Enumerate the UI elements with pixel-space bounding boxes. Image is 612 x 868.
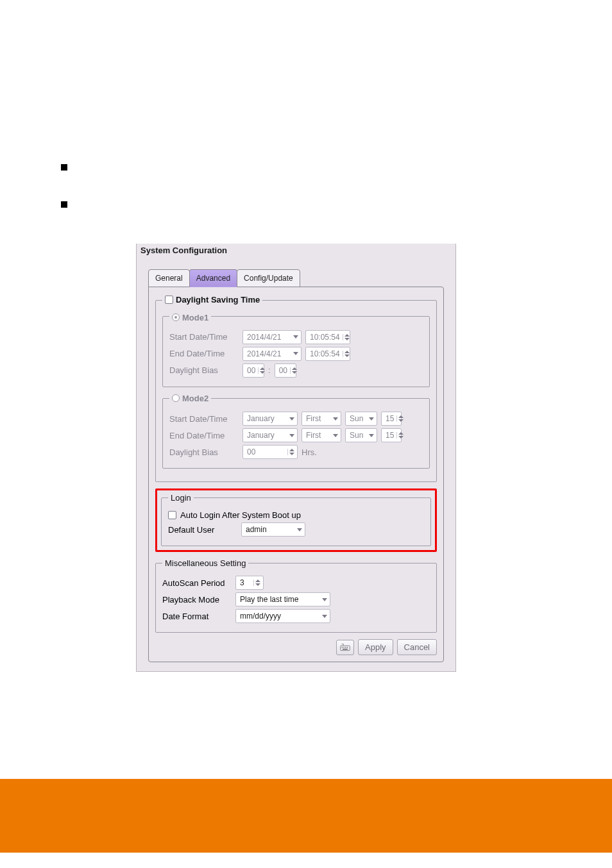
tablist: General Advanced Config/Update: [148, 269, 444, 287]
dst-mode1-group: Mode1 Start Date/Time 2014/4/21 10:05:54…: [162, 311, 430, 387]
caret-down-icon: [369, 417, 374, 421]
svg-rect-2: [343, 647, 344, 647]
bullet-2: [61, 201, 74, 208]
mode2-end-hour[interactable]: 15: [381, 428, 402, 442]
autoscan-period[interactable]: 3: [235, 576, 264, 590]
dst-mode2-group: Mode2 Start Date/Time January First Sun …: [162, 394, 430, 469]
auto-login-label: Auto Login After System Boot up: [180, 510, 301, 520]
dst-mode2-radio[interactable]: [172, 394, 180, 402]
caret-down-icon: [289, 417, 294, 421]
caret-down-icon: [297, 528, 302, 531]
autoscan-label: AutoScan Period: [162, 578, 232, 588]
login-legend: Login: [168, 493, 194, 503]
button-row: Apply Cancel: [155, 639, 437, 655]
dst-mode1-legend: Mode1: [182, 313, 208, 322]
mode2-end-ordinal[interactable]: First: [302, 428, 341, 442]
mode2-start-day[interactable]: Sun: [345, 412, 377, 426]
apply-button[interactable]: Apply: [358, 639, 393, 655]
playback-mode-select[interactable]: Play the last time: [235, 592, 330, 606]
caret-down-icon: [369, 434, 374, 437]
tab-advanced[interactable]: Advanced: [189, 269, 237, 287]
dst-enable-checkbox[interactable]: [165, 296, 173, 304]
dst-mode2-legend: Mode2: [182, 394, 208, 403]
mode1-end-date[interactable]: 2014/4/21: [242, 347, 302, 361]
caret-down-icon: [293, 352, 298, 355]
caret-down-icon: [293, 335, 298, 338]
mode2-end-day[interactable]: Sun: [345, 428, 377, 442]
svg-rect-4: [347, 647, 348, 647]
caret-down-icon: [333, 417, 338, 421]
tab-config-update[interactable]: Config/Update: [237, 269, 300, 287]
mode1-bias-sep: :: [268, 365, 271, 375]
dst-group: Daylight Saving Time Mode1 Start Date/Ti…: [155, 295, 437, 482]
mode1-start-date[interactable]: 2014/4/21: [242, 330, 302, 344]
default-user-select[interactable]: admin: [241, 522, 305, 537]
mode1-end-label: End Date/Time: [169, 349, 239, 358]
caret-down-icon: [322, 598, 327, 601]
svg-rect-0: [341, 646, 350, 650]
misc-group: Miscellaneous Setting AutoScan Period 3 …: [155, 558, 437, 633]
mode1-start-time[interactable]: 10:05:54: [305, 330, 350, 344]
mode2-bias-label: Daylight Bias: [169, 447, 239, 457]
date-format-select[interactable]: mm/dd/yyyy: [235, 609, 330, 623]
default-user-label: Default User: [168, 525, 237, 535]
footer-bar: [0, 779, 612, 853]
bullet-1: [61, 164, 74, 171]
svg-rect-5: [343, 649, 348, 649]
misc-legend: Miscellaneous Setting: [162, 558, 248, 568]
caret-down-icon: [322, 615, 327, 618]
mode2-start-hour[interactable]: 15: [381, 412, 402, 426]
mode2-start-label: Start Date/Time: [169, 414, 239, 424]
playback-label: Playback Mode: [162, 595, 232, 605]
caret-down-icon: [333, 434, 338, 437]
caret-down-icon: [289, 434, 294, 437]
mode1-start-label: Start Date/Time: [169, 332, 239, 342]
tab-general[interactable]: General: [148, 269, 190, 287]
dialog-title: System Configuration: [137, 244, 455, 258]
mode1-bias-label: Daylight Bias: [169, 365, 239, 375]
login-highlight: Login Auto Login After System Boot up De…: [155, 488, 437, 552]
dst-legend: Daylight Saving Time: [176, 295, 260, 305]
keyboard-button[interactable]: [336, 640, 354, 655]
dst-mode1-radio[interactable]: [172, 313, 180, 321]
auto-login-checkbox[interactable]: [168, 511, 176, 519]
mode2-bias-unit: Hrs.: [302, 447, 317, 457]
system-configuration-dialog: System Configuration General Advanced Co…: [136, 244, 456, 672]
cancel-button[interactable]: Cancel: [397, 639, 437, 655]
mode2-start-month[interactable]: January: [242, 412, 298, 426]
datefmt-label: Date Format: [162, 612, 232, 621]
svg-rect-3: [345, 647, 346, 647]
mode1-bias-h[interactable]: 00: [242, 363, 264, 378]
login-group: Login Auto Login After System Boot up De…: [161, 493, 431, 546]
mode2-start-ordinal[interactable]: First: [302, 412, 341, 426]
mode1-bias-m[interactable]: 00: [275, 363, 296, 378]
mode2-end-month[interactable]: January: [242, 428, 298, 442]
mode1-end-time[interactable]: 10:05:54: [305, 347, 350, 361]
keyboard-icon: [340, 644, 350, 651]
mode2-end-label: End Date/Time: [169, 431, 239, 440]
tab-panel-advanced: Daylight Saving Time Mode1 Start Date/Ti…: [148, 287, 444, 662]
svg-rect-1: [342, 647, 343, 647]
mode2-bias-h[interactable]: 00: [242, 445, 298, 459]
